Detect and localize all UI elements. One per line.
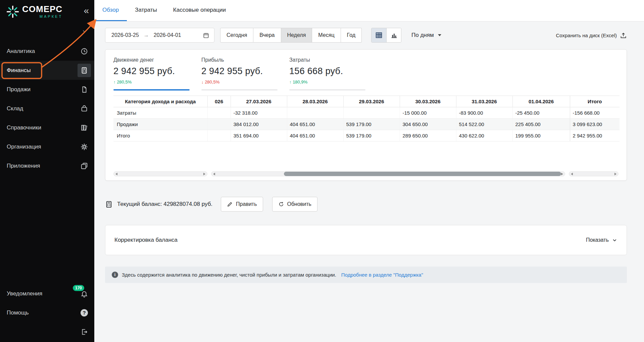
metric-delta: ↑ 280,5% (113, 79, 190, 84)
tab-overview[interactable]: Обзор (94, 0, 127, 21)
metric-delta: ↑ 180,9% (289, 79, 365, 84)
metric-value: 2 942 955 руб. (113, 66, 190, 76)
sidebar-item-label: Уведомления (7, 290, 42, 297)
metric-indicator (289, 89, 365, 91)
table-header-row: Категория дохода и расхода 026 27.03.202… (113, 96, 620, 107)
chart-view-button[interactable] (386, 28, 401, 42)
arrow-up-icon: ↑ (289, 79, 292, 84)
col-header-total: Итого (570, 96, 620, 107)
notifications-badge: 170 (73, 285, 84, 291)
scroll-left-arrow-icon[interactable] (213, 173, 215, 175)
balance-row: Текущий баланс: 429828074.08 руб. Правит… (105, 197, 627, 212)
document-icon (78, 83, 91, 96)
caret-down-icon (438, 34, 441, 36)
logo-subtitle: МАРКЕТ (22, 14, 62, 18)
metric-tabs: Движение денег 2 942 955 руб. ↑ 280,5% П… (113, 57, 618, 84)
show-adjustment-toggle[interactable]: Показать (586, 237, 617, 243)
sidebar-collapse-button[interactable]: « (84, 6, 89, 15)
date-range-arrow-icon: → (144, 32, 149, 38)
table-view-icon (375, 32, 383, 39)
sidebar-item-label: Аналитика (7, 48, 35, 55)
sidebar-item-logout[interactable] (0, 322, 94, 341)
sidebar: COMEPC МАРКЕТ « Аналитика Финансы (0, 0, 94, 342)
metric-delta: ↓ 280,5% (201, 79, 278, 84)
chevron-down-icon (82, 28, 88, 34)
grouping-select[interactable]: По дням (411, 32, 441, 39)
adjustment-title: Корректировка баланса (114, 237, 178, 243)
metric-value: 156 668 руб. (289, 66, 365, 76)
toolbar: 2026-03-25 → 2026-04-01 Сегодня Вчера Не… (105, 28, 627, 43)
sidebar-bottom: Уведомления 170 Помощь ? (0, 284, 94, 341)
edit-balance-button[interactable]: Править (221, 197, 263, 212)
clock-icon (78, 45, 91, 58)
scroll-left-arrow-icon[interactable] (115, 173, 117, 175)
refresh-balance-button[interactable]: Обновить (272, 197, 317, 212)
grouping-value: По дням (411, 32, 434, 39)
tab-expenses[interactable]: Затраты (127, 0, 165, 21)
sidebar-item-help[interactable]: Помощь ? (0, 303, 94, 322)
scrollbar-frozen-right[interactable] (569, 171, 618, 176)
current-balance-text: Текущий баланс: 429828074.08 руб. (117, 201, 212, 208)
scrollbar-frozen-left[interactable] (113, 171, 207, 176)
page-tabs: Обзор Затраты Кассовые операции (94, 0, 644, 21)
date-range-picker[interactable]: 2026-03-25 → 2026-04-01 (105, 28, 214, 43)
metric-title: Затраты (289, 57, 365, 63)
metric-indicator-active (113, 89, 190, 91)
pencil-icon (227, 201, 233, 207)
view-toggle (371, 28, 401, 43)
sidebar-item-directories[interactable]: Справочники (0, 118, 94, 137)
scrollbar-thumb[interactable] (284, 172, 561, 176)
scroll-right-arrow-icon[interactable] (203, 173, 205, 175)
arrow-up-icon: ↑ (113, 79, 116, 84)
metric-indicator-bars (113, 89, 618, 91)
scroll-right-arrow-icon[interactable] (561, 173, 563, 175)
metric-value: 2 942 955 руб. (201, 66, 278, 76)
content: 2026-03-25 → 2026-04-01 Сегодня Вчера Не… (94, 21, 644, 342)
table-row-total: Итого 351 694.00 404 651.00 539 179.00 2… (113, 130, 620, 141)
sidebar-item-analytics[interactable]: Аналитика (0, 42, 94, 61)
scroll-right-arrow-icon[interactable] (614, 173, 616, 175)
sidebar-item-finances[interactable]: Финансы (0, 61, 94, 80)
support-link[interactable]: Подробнее в разделе "Поддержка" (341, 272, 423, 278)
sidebar-menu: Аналитика Финансы Продажи Склад (0, 42, 94, 175)
metric-profit[interactable]: Прибыль 2 942 955 руб. ↓ 280,5% (201, 57, 278, 84)
sidebar-item-applications[interactable]: Приложения (0, 156, 94, 175)
chevron-down-icon (612, 237, 617, 243)
metric-cash-flow[interactable]: Движение денег 2 942 955 руб. ↑ 280,5% (113, 57, 190, 84)
col-header-category: Категория дохода и расхода (113, 96, 207, 107)
sidebar-item-label: Продажи (7, 86, 31, 93)
tab-cash-operations[interactable]: Кассовые операции (165, 0, 234, 21)
col-header-date: 29.03.2026 (343, 96, 400, 107)
bar-chart-icon (390, 32, 398, 39)
info-text: Здесь содержится аналитика по движению д… (122, 272, 336, 278)
books-icon (78, 121, 91, 134)
calculator-icon (105, 201, 113, 208)
period-year-button[interactable]: Год (341, 28, 362, 43)
sidebar-item-warehouse[interactable]: Склад (0, 99, 94, 118)
col-header-date: 31.03.2026 (456, 96, 512, 107)
apps-icon (78, 159, 91, 173)
table-row-sales: Продажи 384 012.00 404 651.00 539 179.00… (113, 119, 620, 130)
table-view-button[interactable] (371, 28, 386, 42)
info-bar: i Здесь содержится аналитика по движению… (105, 267, 627, 283)
metric-title: Движение денег (113, 57, 190, 63)
logo-starburst-icon (7, 6, 19, 18)
metric-indicator (201, 89, 278, 91)
scrollbar-main[interactable] (211, 171, 565, 176)
sidebar-item-notifications[interactable]: Уведомления 170 (0, 284, 94, 303)
sidebar-item-organization[interactable]: Организация (0, 137, 94, 156)
app-root: COMEPC МАРКЕТ « Аналитика Финансы (0, 0, 644, 342)
export-excel-button[interactable]: Сохранить на диск (Excel) (556, 32, 627, 39)
bag-icon (78, 102, 91, 115)
sidebar-item-label: Приложения (7, 163, 40, 169)
refresh-icon (278, 201, 284, 207)
period-today-button[interactable]: Сегодня (220, 28, 253, 43)
scroll-left-arrow-icon[interactable] (571, 173, 573, 175)
col-header-date: 01.04.2026 (512, 96, 570, 107)
period-month-button[interactable]: Месяц (312, 28, 341, 43)
sidebar-item-sales[interactable]: Продажи (0, 80, 94, 99)
period-yesterday-button[interactable]: Вчера (253, 28, 281, 43)
period-week-button[interactable]: Неделя (281, 28, 312, 43)
sidebar-item-label: Справочники (7, 124, 41, 131)
metric-expenses[interactable]: Затраты 156 668 руб. ↑ 180,9% (289, 57, 365, 84)
